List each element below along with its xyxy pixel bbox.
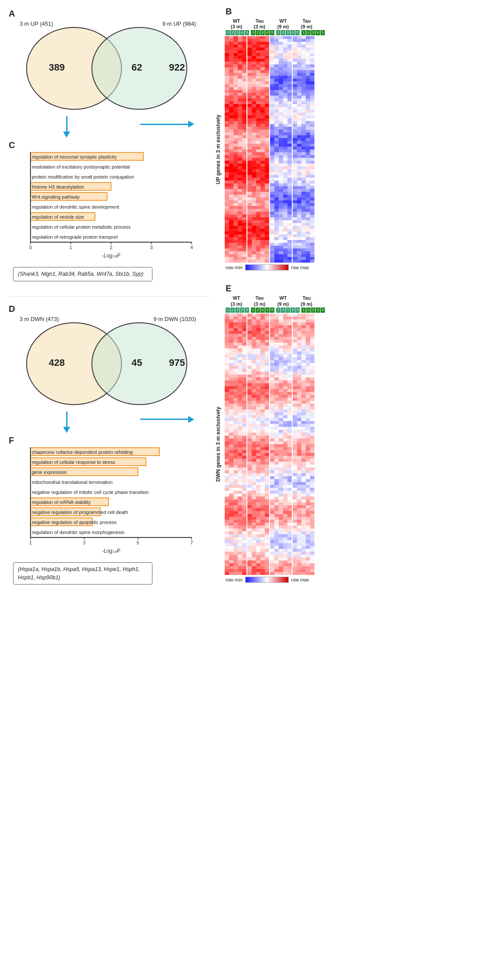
arrow-down-d: [63, 412, 70, 433]
heatmap-col-num: 2: [256, 308, 260, 313]
heatmap-col-num: 3: [260, 30, 265, 35]
heatmap-col-num: 3: [235, 308, 240, 313]
arrow-down-a: [63, 116, 70, 138]
svg-text:protein modification by small : protein modification by small protein co…: [32, 174, 134, 179]
heatmap-col-num: 2: [281, 30, 285, 35]
svg-text:modulation of excitatory posts: modulation of excitatory postsynaptic po…: [32, 164, 130, 169]
bar-chart-f: chaperone cofactor-dependent protein ref…: [26, 447, 209, 561]
heatmap-e-header: WT(3 m)Tau(3 m)WT(9 m)Tau(9 m)1234512345…: [226, 295, 466, 312]
legend-b-max: row max: [291, 265, 310, 270]
panel-e: E WT(3 m)Tau(3 m)WT(9 m)Tau(9 m)12345123…: [213, 284, 466, 582]
venn-d-n-mid: 45: [132, 357, 142, 368]
heatmap-col-num: 1: [251, 308, 255, 313]
legend-e-gradient: [245, 577, 289, 583]
svg-text:2: 2: [110, 245, 112, 250]
heatmap-col-num: 5: [295, 30, 300, 35]
heatmap-e-col-header: WT(3 m)Tau(3 m)WT(9 m)Tau(9 m)1234512345…: [226, 295, 325, 312]
legend-b-gradient: [245, 264, 289, 270]
panel-b: B WT(3 m)Tau(3 m)WT(9 m)Tau(9 m)12345123…: [213, 7, 466, 270]
svg-text:1: 1: [69, 245, 72, 250]
venn-a-left-label: 3 m UP (451): [20, 20, 53, 27]
arrow-right-d: [140, 416, 194, 423]
venn-d-n-left: 428: [49, 357, 65, 368]
main-container: A 3 m UP (451) 9 m UP (984) 389 62 922: [0, 0, 503, 980]
right-panel: B WT(3 m)Tau(3 m)WT(9 m)Tau(9 m)12345123…: [213, 0, 503, 980]
svg-text:regulation of dendritic spine : regulation of dendritic spine developmen…: [32, 204, 119, 210]
panel-d-label: D: [9, 304, 209, 314]
arrows-a: [17, 116, 200, 140]
heatmap-col-num: 5: [245, 308, 249, 313]
heatmap-col-num: 2: [230, 30, 235, 35]
svg-text:regulation of dendritic spine : regulation of dendritic spine morphogene…: [32, 530, 125, 535]
svg-text:3: 3: [83, 540, 85, 545]
venn-a-n-left: 389: [49, 62, 65, 73]
heatmap-b-header: WT(3 m)Tau(3 m)WT(9 m)Tau(9 m)1234512345…: [226, 18, 466, 35]
legend-b-min: row min: [226, 265, 243, 270]
heatmap-col-num: 3: [286, 30, 290, 35]
heatmap-b-legend: row min row max: [226, 264, 466, 270]
heatmap-col-num: 4: [265, 30, 270, 35]
svg-text:regulation of retrograde prote: regulation of retrograde protein transpo…: [32, 234, 118, 240]
panel-a-label: A: [9, 9, 209, 19]
legend-e-max: row max: [291, 577, 310, 582]
heatmap-col-num: 5: [295, 308, 300, 313]
heatmap-col-num: 5: [321, 308, 325, 313]
panel-d: D 3 m DWN (473) 9 m DWN (1020) 428 45 97…: [9, 304, 209, 412]
heatmap-col-num: 1: [301, 308, 306, 313]
heatmap-col-num: 1: [226, 30, 230, 35]
arrows-d: [17, 412, 200, 436]
heatmap-col-num: 3: [311, 308, 315, 313]
svg-text:5: 5: [137, 540, 139, 545]
arrow-right-a: [140, 121, 194, 128]
heatmap-e-ylabel: DWN genes in 3 m exclusively: [213, 314, 223, 575]
heatmap-col-num: 2: [230, 308, 235, 313]
heatmap-col-num: 2: [306, 30, 311, 35]
heatmap-col-num: 3: [260, 308, 265, 313]
heatmap-col-num: 5: [245, 30, 249, 35]
legend-e-min: row min: [226, 577, 243, 582]
panel-e-label: E: [226, 284, 466, 294]
heatmap-col-num: 4: [316, 308, 320, 313]
svg-text:regulation of vesicle size: regulation of vesicle size: [32, 214, 84, 220]
heatmap-e-body: DWN genes in 3 m exclusively: [213, 314, 466, 575]
heatmap-b-canvas: [225, 36, 460, 263]
svg-text:-Log₁₀P: -Log₁₀P: [102, 548, 120, 554]
panel-f: F chaperone cofactor-dependent protein r…: [9, 436, 209, 593]
heatmap-e-canvas: [225, 314, 460, 575]
svg-text:Wnt signaling pathway: Wnt signaling pathway: [32, 194, 80, 199]
venn-a: 3 m UP (451) 9 m UP (984) 389 62 922: [17, 20, 200, 116]
section-divider-1: [9, 296, 209, 297]
heatmap-b-body: UP genes in 3 m exclusively: [213, 36, 466, 263]
venn-d: 3 m DWN (473) 9 m DWN (1020) 428 45 975: [17, 316, 200, 412]
left-panel: A 3 m UP (451) 9 m UP (984) 389 62 922: [0, 0, 213, 980]
heatmap-col-num: 1: [276, 308, 280, 313]
heatmap-col-num: 4: [290, 308, 295, 313]
svg-text:regulation of cellular protein: regulation of cellular protein metabolic…: [32, 224, 131, 230]
heatmap-e-legend: row min row max: [226, 577, 466, 583]
heatmap-col-num: 5: [321, 30, 325, 35]
svg-text:0: 0: [29, 245, 32, 250]
svg-text:regulation of neuronal synapti: regulation of neuronal synaptic plastici…: [32, 154, 117, 159]
heatmap-col-num: 5: [270, 308, 274, 313]
panel-a: A 3 m UP (451) 9 m UP (984) 389 62 922: [9, 9, 209, 116]
heatmap-col-num: 5: [270, 30, 274, 35]
venn-a-right-label: 9 m UP (984): [162, 20, 196, 27]
heatmap-col-num: 4: [240, 30, 244, 35]
heatmap-b-col-header: WT(3 m)Tau(3 m)WT(9 m)Tau(9 m)1234512345…: [226, 18, 325, 35]
heatmap-col-num: 1: [226, 308, 230, 313]
heatmap-col-num: 4: [240, 308, 244, 313]
svg-text:chaperone cofactor-dependent p: chaperone cofactor-dependent protein ref…: [32, 449, 133, 455]
venn-d-right-label: 9 m DWN (1020): [153, 316, 196, 322]
svg-text:mitochondrial translational te: mitochondrial translational termination: [32, 480, 112, 485]
venn-a-n-right: 922: [169, 62, 185, 73]
venn-a-n-mid: 62: [132, 62, 142, 73]
svg-text:1: 1: [29, 540, 32, 545]
svg-text:regulation of mRNA stability: regulation of mRNA stability: [32, 500, 91, 505]
heatmap-col-num: 3: [235, 30, 240, 35]
heatmap-col-num: 2: [256, 30, 260, 35]
svg-text:7: 7: [190, 540, 193, 545]
svg-text:regulation of cellular respons: regulation of cellular response to stres…: [32, 460, 115, 465]
heatmap-col-num: 1: [251, 30, 255, 35]
svg-text:gene expression: gene expression: [32, 470, 67, 475]
heatmap-col-num: 2: [281, 308, 285, 313]
